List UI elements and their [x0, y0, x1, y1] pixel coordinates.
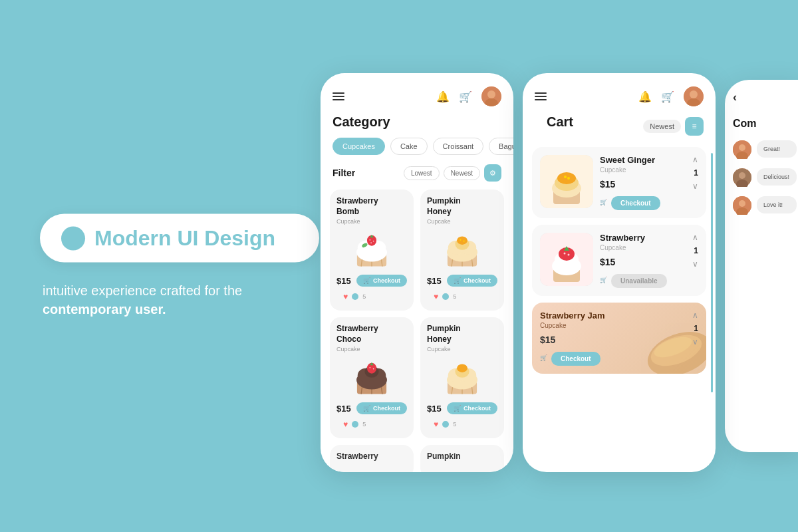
filter-newest[interactable]: Newest: [444, 166, 480, 180]
cart-checkout-btn-jam[interactable]: Checkout: [551, 352, 600, 366]
heart-icon[interactable]: ♥: [434, 292, 438, 301]
hamburger-menu[interactable]: [332, 92, 344, 100]
dot-icon: [442, 421, 449, 428]
item-name-jam: Strawberry Jam: [540, 311, 686, 321]
svg-point-66: [568, 254, 570, 256]
category-tabs: Cupcakes Cake Croissant Baguette: [321, 138, 513, 164]
item-price-2: $15: [600, 257, 686, 267]
comment-item-1: Great!: [733, 140, 797, 159]
comment-bubble-3: Love it!: [757, 196, 797, 213]
product-name: StrawberryChoco: [336, 324, 407, 344]
product-card-pumpkin-honey-2: PumpkinHoney Cupcake: [420, 317, 504, 438]
chevron-down-icon[interactable]: ∨: [692, 182, 698, 191]
checkout-button-4[interactable]: 🛒 Checkout: [447, 402, 497, 414]
chevron-up-icon[interactable]: ∧: [692, 155, 698, 164]
tab-cupcakes[interactable]: Cupcakes: [332, 138, 385, 155]
back-arrow-icon[interactable]: ‹: [733, 90, 797, 104]
product-name: Strawberry: [336, 452, 407, 462]
social-count: 5: [362, 293, 366, 300]
svg-point-27: [464, 241, 465, 242]
product-price-row: $15 🛒 Checkout: [427, 402, 497, 414]
newest-badge[interactable]: Newest: [643, 120, 681, 133]
chevron-up-icon-2[interactable]: ∧: [692, 233, 698, 242]
cart-btn-icon: 🛒: [600, 199, 607, 205]
badge-circle-icon: [61, 226, 85, 250]
cart-items: Sweet Ginger Cupcake $15 🛒 Checkout ∧ 1 …: [523, 147, 716, 380]
social-count: 5: [453, 293, 456, 300]
phone-cart: 🔔 🛒 Cart Newest ≡: [523, 73, 716, 472]
filter-lowest[interactable]: Lowest: [404, 166, 440, 180]
tab-baguette[interactable]: Baguette: [489, 138, 513, 155]
product-name: Pumpkin: [427, 452, 497, 462]
quantity-jam: 1: [694, 324, 698, 333]
dot-icon: [352, 421, 358, 428]
svg-point-25: [457, 237, 467, 245]
svg-point-13: [369, 239, 370, 241]
product-sub: Cupcake: [427, 218, 497, 225]
cart-btn-icon-2: 🛒: [600, 277, 607, 283]
cart-item-strawberry: Strawberry Cupcake $15 🛒 Unavailable ∧ 1…: [532, 225, 706, 296]
cart-sort-row: Newest ≡: [643, 117, 704, 136]
avatar-2[interactable]: [684, 86, 704, 106]
checkout-button-2[interactable]: 🛒 Checkout: [447, 275, 497, 287]
comment-avatar-2: [733, 168, 751, 187]
cart-icon-small: 🛒: [454, 405, 461, 412]
product-sub: Cupcake: [336, 346, 407, 352]
item-sub-jam: Cupcake: [540, 322, 686, 329]
checkout-button-1[interactable]: 🛒 Checkout: [356, 275, 407, 287]
svg-point-74: [739, 172, 745, 179]
product-card-pumpkin-bottom: Pumpkin: [420, 445, 504, 472]
cart-item-info-jam: Strawberry Jam Cupcake $15 🛒 Checkout: [540, 311, 686, 366]
svg-point-56: [557, 172, 576, 184]
cart-icon[interactable]: 🛒: [459, 90, 472, 103]
cart-item-strawberry-jam: Strawberry Jam Cupcake $15 🛒 Checkout ∧ …: [532, 303, 706, 374]
bell-icon-2[interactable]: 🔔: [638, 90, 652, 103]
svg-point-15: [370, 243, 372, 244]
social-count: 5: [453, 421, 456, 428]
checkout-button-3[interactable]: 🛒 Checkout: [356, 402, 407, 414]
bell-icon[interactable]: 🔔: [436, 90, 450, 103]
dot-icon: [352, 293, 358, 300]
product-grid-bottom: Strawberry Pumpkin: [321, 445, 513, 472]
cart-item-img-strawberry: [540, 233, 593, 286]
heart-icon[interactable]: ♥: [343, 292, 348, 301]
cart-checkout-btn-1[interactable]: Checkout: [611, 196, 660, 210]
filter-options-icon[interactable]: ⚙: [484, 164, 501, 182]
cart-item-right-2: ∧ 1 ∨: [692, 233, 698, 269]
chevron-down-icon-2[interactable]: ∨: [692, 259, 698, 269]
product-image-strawberry-choco: [336, 355, 407, 398]
heart-icon[interactable]: ♥: [343, 420, 348, 429]
chevron-up-icon-jam[interactable]: ∧: [692, 311, 698, 320]
heart-icon[interactable]: ♥: [434, 420, 438, 429]
item-action-row: 🛒 Checkout: [600, 194, 686, 210]
left-subtitle: intuitive experience crafted for the con…: [40, 281, 319, 319]
product-sub: Cupcake: [336, 218, 407, 225]
chevron-down-icon-jam[interactable]: ∨: [692, 337, 698, 346]
cart-icon-small: 🛒: [363, 277, 370, 284]
item-sub: Cupcake: [600, 166, 686, 174]
avatar[interactable]: [481, 86, 501, 106]
comment-item-2: Delicious!: [733, 168, 797, 187]
cart-icon-small: 🛒: [454, 277, 461, 284]
hamburger-menu-2[interactable]: [535, 92, 547, 100]
cart-title: Cart: [535, 114, 585, 138]
phone-category: 🔔 🛒 Category Cupcakes Cake Croissant Bag…: [321, 73, 513, 472]
svg-point-39: [373, 368, 374, 370]
cart-icon-2[interactable]: 🛒: [661, 90, 674, 103]
unavailable-btn[interactable]: Unavailable: [611, 274, 667, 288]
left-section: Modern UI Design intuitive experience cr…: [40, 214, 319, 319]
item-price-jam: $15: [540, 334, 686, 345]
product-price: $15: [427, 404, 442, 414]
sort-icon[interactable]: ≡: [685, 117, 704, 136]
tab-cake[interactable]: Cake: [390, 138, 428, 155]
comment-avatar-3: [733, 196, 751, 215]
header-icons-2: 🔔 🛒: [638, 86, 704, 106]
product-price: $15: [336, 276, 351, 286]
item-sub-2: Cupcake: [600, 244, 686, 251]
badge-pill: Modern UI Design: [40, 214, 319, 263]
svg-point-65: [564, 253, 566, 255]
svg-point-26: [460, 239, 461, 241]
tab-croissant[interactable]: Croissant: [433, 138, 483, 155]
phone2-header: 🔔 🛒: [523, 73, 716, 114]
social-row-1: ♥ 5: [336, 287, 407, 304]
